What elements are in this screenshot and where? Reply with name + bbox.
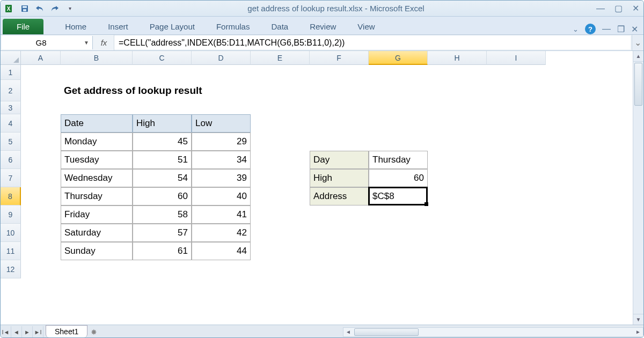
name-box-dropdown-icon[interactable]: ▼ <box>80 40 92 46</box>
name-box[interactable]: ▼ <box>2 36 93 49</box>
column-header-E[interactable]: E <box>251 51 310 65</box>
sheet-tab[interactable]: Sheet1 <box>46 325 87 337</box>
workbook-minimize-button[interactable]: — <box>602 24 611 34</box>
tab-insert[interactable]: Insert <box>97 19 139 34</box>
table-row[interactable]: Saturday <box>61 224 133 242</box>
close-button[interactable]: ✕ <box>632 3 639 13</box>
sheet-nav-first-icon[interactable]: I◄ <box>1 326 11 338</box>
table-row[interactable]: Thursday <box>61 187 133 205</box>
workbook-restore-button[interactable]: ❐ <box>617 24 625 34</box>
vscroll-thumb[interactable] <box>634 63 642 106</box>
scroll-down-icon[interactable]: ▼ <box>633 314 643 325</box>
table-row[interactable]: 44 <box>192 242 251 260</box>
row-header-12[interactable]: 12 <box>1 260 21 278</box>
fx-icon[interactable]: fx <box>94 35 114 50</box>
lookup-label-day[interactable]: Day <box>310 151 369 169</box>
vscroll-track[interactable] <box>633 62 643 314</box>
row-header-4[interactable]: 4 <box>1 114 21 133</box>
row-header-2[interactable]: 2 <box>1 80 21 101</box>
tab-home[interactable]: Home <box>54 19 97 34</box>
save-button[interactable] <box>19 3 31 14</box>
select-all-corner[interactable] <box>1 51 21 65</box>
row-header-10[interactable]: 10 <box>1 224 21 242</box>
new-sheet-button[interactable]: ✸ <box>91 328 97 336</box>
scroll-up-icon[interactable]: ▲ <box>633 51 643 62</box>
table-row[interactable]: 58 <box>133 205 192 224</box>
row-header-1[interactable]: 1 <box>1 65 21 80</box>
file-tab[interactable]: File <box>3 19 43 34</box>
table-row[interactable]: 42 <box>192 224 251 242</box>
sheet-nav-last-icon[interactable]: ►I <box>33 326 43 338</box>
table-header-date[interactable]: Date <box>61 114 133 133</box>
lookup-label-address[interactable]: Address <box>310 187 369 205</box>
tab-formulas[interactable]: Formulas <box>206 19 261 34</box>
qat-customize-button[interactable]: ▾ <box>64 3 76 14</box>
table-row[interactable]: 60 <box>133 187 192 205</box>
column-header-C[interactable]: C <box>133 51 192 65</box>
name-box-input[interactable] <box>2 36 80 49</box>
vertical-scrollbar[interactable]: ▲ ▼ <box>633 51 643 325</box>
scroll-left-icon[interactable]: ◄ <box>343 329 353 335</box>
tab-view[interactable]: View <box>347 19 385 34</box>
tab-review[interactable]: Review <box>299 19 347 34</box>
table-row[interactable]: Friday <box>61 205 133 224</box>
undo-button[interactable] <box>34 3 46 14</box>
redo-button[interactable] <box>49 3 61 14</box>
table-row[interactable]: 54 <box>133 169 192 187</box>
maximize-button[interactable]: ▢ <box>614 3 623 13</box>
formula-bar-expand-icon[interactable]: ⌄ <box>632 35 643 50</box>
table-row[interactable]: 29 <box>192 133 251 151</box>
formula-input[interactable] <box>114 36 631 49</box>
table-header-high[interactable]: High <box>133 114 192 133</box>
table-row[interactable]: 39 <box>192 169 251 187</box>
table-header-low[interactable]: Low <box>192 114 251 133</box>
table-row[interactable]: 51 <box>133 151 192 169</box>
formula-bar[interactable] <box>114 36 631 49</box>
sheet-nav-next-icon[interactable]: ► <box>22 326 33 338</box>
scroll-right-icon[interactable]: ► <box>633 329 643 335</box>
table-row[interactable]: 45 <box>133 133 192 151</box>
workbook-close-button[interactable]: ✕ <box>631 24 638 34</box>
svg-rect-3 <box>23 6 27 8</box>
ribbon-minimize-icon[interactable]: ⌄ <box>573 25 579 33</box>
column-header-B[interactable]: B <box>61 51 133 65</box>
row-header-8[interactable]: 8 <box>1 187 21 205</box>
svg-text:X: X <box>7 6 11 12</box>
column-header-D[interactable]: D <box>192 51 251 65</box>
hscroll-thumb[interactable] <box>354 328 419 336</box>
table-row[interactable]: Tuesday <box>61 151 133 169</box>
table-row[interactable]: 61 <box>133 242 192 260</box>
tab-page-layout[interactable]: Page Layout <box>139 19 206 34</box>
row-header-9[interactable]: 9 <box>1 205 21 224</box>
table-row[interactable]: 40 <box>192 187 251 205</box>
column-header-I[interactable]: I <box>487 51 546 65</box>
row-header-11[interactable]: 11 <box>1 242 21 260</box>
sheet-nav-prev-icon[interactable]: ◄ <box>11 326 22 338</box>
row-header-3[interactable]: 3 <box>1 101 21 114</box>
tab-data[interactable]: Data <box>260 19 299 34</box>
minimize-button[interactable]: — <box>596 4 605 13</box>
column-header-H[interactable]: H <box>428 51 487 65</box>
page-title[interactable]: Get address of lookup result <box>61 80 310 101</box>
column-header-A[interactable]: A <box>21 51 61 65</box>
row-header-5[interactable]: 5 <box>1 133 21 151</box>
lookup-label-high[interactable]: High <box>310 169 369 187</box>
hscroll-track[interactable] <box>353 328 633 336</box>
row-header-7[interactable]: 7 <box>1 169 21 187</box>
column-header-G[interactable]: G <box>369 51 428 65</box>
worksheet-area: 123456789101112 ABCDEFGHI Get address of… <box>1 51 643 325</box>
table-row[interactable]: Monday <box>61 133 133 151</box>
table-row[interactable]: Wednesday <box>61 169 133 187</box>
row-header-6[interactable]: 6 <box>1 151 21 169</box>
table-row[interactable]: 57 <box>133 224 192 242</box>
help-button[interactable]: ? <box>585 24 596 34</box>
lookup-value-high[interactable]: 60 <box>369 169 428 187</box>
column-header-F[interactable]: F <box>310 51 369 65</box>
horizontal-scrollbar[interactable]: ◄ ► <box>343 327 643 337</box>
lookup-value-address[interactable]: $C$8 <box>369 187 428 205</box>
table-row[interactable]: Sunday <box>61 242 133 260</box>
sheet-tab-bar: I◄ ◄ ► ►I Sheet1 ✸ ◄ ► <box>1 325 643 338</box>
table-row[interactable]: 41 <box>192 205 251 224</box>
lookup-value-day[interactable]: Thursday <box>369 151 428 169</box>
table-row[interactable]: 34 <box>192 151 251 169</box>
